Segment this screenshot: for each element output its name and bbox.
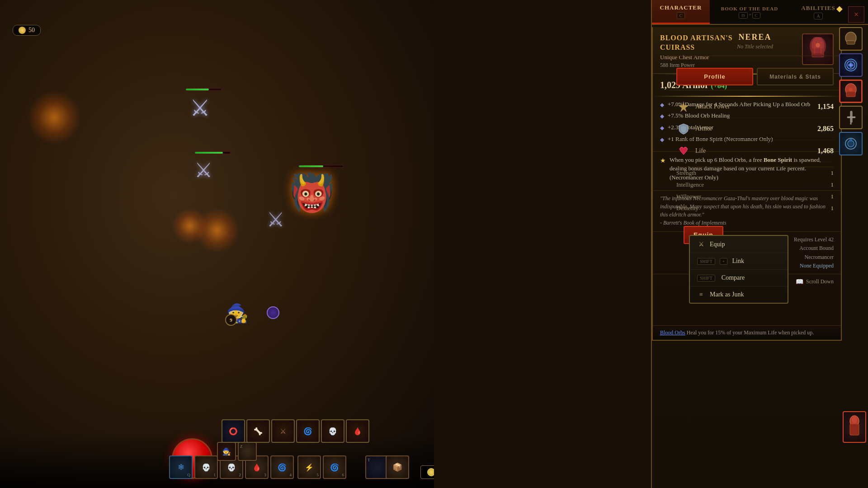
equipment-slots	[839, 27, 864, 155]
svg-marker-7	[678, 101, 689, 112]
skeleton-character: ⚔	[267, 208, 284, 231]
skill-bar: ❄ Q 💀 1 💀 2 🩸 3 🌀 4 ⚡ 5	[169, 455, 346, 479]
junk-icon: ≡	[697, 291, 705, 298]
willpower-name: Willpower	[676, 193, 701, 200]
inventory-button[interactable]: 📦	[386, 455, 409, 479]
context-link-label: Link	[732, 258, 744, 265]
svg-point-24	[852, 416, 857, 423]
weapon-slot[interactable]	[839, 106, 863, 129]
inv-slot[interactable]: 🩸	[346, 419, 369, 443]
skill-slot-q[interactable]: ❄ Q	[169, 455, 193, 479]
enemy-health-bar	[194, 151, 231, 154]
life-icon	[676, 144, 691, 158]
equip-icon: ⚔	[697, 240, 705, 248]
tab-abilities-label: ABILITIES	[801, 5, 835, 12]
materials-button[interactable]: Materials & Stats	[757, 68, 834, 85]
blood-orbs-ref[interactable]: Blood Orbs	[660, 329, 685, 336]
tab-book-of-dead[interactable]: BOOK OF THE DEAD IS + C	[710, 0, 789, 24]
inv-slot[interactable]: ⚔	[271, 419, 295, 443]
context-menu: ⚔ Equip SHIFT + Link SHIFT Compare ≡ Mar…	[689, 235, 788, 304]
stat-strength: Strength 1	[676, 167, 834, 179]
game-viewport: ⚔ ⚔ ⚔ 👹 🧙 9 9/9 50 ❄ Q 💀 1 💀 2	[0, 0, 434, 488]
gold-value: 50	[28, 27, 35, 34]
svg-rect-23	[850, 424, 859, 435]
stat-willpower: Willpower 1	[676, 191, 834, 202]
armor-icon	[676, 122, 691, 136]
tab-book-key2: C	[752, 12, 760, 19]
strength-value: 1	[831, 169, 834, 177]
close-icon: ×	[854, 10, 859, 19]
top-navigation: CHARACTER C BOOK OF THE DEAD IS + C ABIL…	[652, 0, 868, 25]
character-title: No Title selected	[676, 43, 834, 50]
head-slot[interactable]	[839, 27, 863, 51]
skill-slot-5[interactable]: ⚡ 5	[297, 455, 321, 479]
skeleton-character: ⚔	[194, 158, 212, 182]
character-name: NEREA	[676, 33, 834, 42]
blood-orb-tip-text: Heal you for 15% of your Maximum Life wh…	[687, 329, 814, 336]
ground-item[interactable]	[267, 306, 279, 319]
svg-rect-17	[847, 117, 855, 118]
dexterity-value: 1	[831, 205, 834, 212]
stat-bullet: ◆	[660, 113, 664, 120]
portrait-slot[interactable]	[843, 411, 866, 443]
secondary-stats: Strength 1 Intelligence 1 Willpower 1 De…	[676, 167, 834, 214]
currency-icon	[427, 468, 434, 476]
armor-value: 2,865	[817, 125, 834, 133]
player-life: 9/9	[241, 314, 247, 319]
svg-rect-9	[847, 41, 855, 44]
star-bullet: ★	[660, 156, 666, 165]
tab-book-key: IS	[739, 12, 748, 19]
quick-inventory: ⭕ 🦴 ⚔ 🌀 💀 🩸	[222, 419, 369, 443]
context-junk[interactable]: ≡ Mark as Junk	[690, 286, 788, 303]
inv-slot[interactable]: 🦴	[246, 419, 270, 443]
stat-attack-power: Attack Power 1,154	[676, 96, 834, 118]
skill-slot-6[interactable]: 🌀 6	[323, 455, 346, 479]
stat-dexterity: Dexterity 1	[676, 202, 834, 214]
boss-health-bar	[298, 165, 344, 168]
context-equip[interactable]: ⚔ Equip	[690, 236, 788, 253]
gold-icon	[19, 27, 26, 34]
character-panel: CHARACTER C BOOK OF THE DEAD IS + C ABIL…	[651, 0, 868, 488]
offhand-slot[interactable]	[839, 53, 863, 77]
chest-slot[interactable]	[839, 80, 863, 103]
boss-enemy: 👹	[289, 172, 335, 214]
svg-point-15	[849, 88, 853, 91]
enemy-health-bar	[185, 88, 222, 91]
svg-rect-14	[846, 91, 855, 97]
stat-bullet: ◆	[660, 136, 664, 144]
intelligence-name: Intelligence	[676, 181, 704, 188]
tab-character-key: C	[677, 12, 685, 19]
intelligence-value: 1	[831, 181, 834, 188]
skill-z[interactable]: Z	[238, 442, 257, 461]
abilities-diamond: ◆	[836, 4, 843, 14]
stat-life: Life 1,468	[676, 140, 834, 162]
life-name: Life	[695, 147, 817, 155]
stat-intelligence: Intelligence 1	[676, 179, 834, 191]
scroll-down-label: Scroll Down	[806, 278, 834, 285]
book-icon: 📖	[796, 278, 803, 286]
strength-name: Strength	[676, 169, 696, 177]
mount-button[interactable]: 🧙	[217, 442, 236, 461]
armor-name: Armor	[695, 125, 817, 132]
inv-slot[interactable]: 💀	[321, 419, 344, 443]
inv-slot[interactable]: 🌀	[296, 419, 320, 443]
tab-character[interactable]: CHARACTER C	[652, 0, 710, 24]
context-compare[interactable]: SHIFT Compare	[690, 270, 788, 286]
context-link[interactable]: SHIFT + Link	[690, 253, 788, 270]
tab-character-label: CHARACTER	[660, 4, 702, 11]
amulet-slot[interactable]	[839, 132, 863, 155]
tab-book-label: BOOK OF THE DEAD	[721, 6, 778, 11]
skeleton-character: ⚔	[190, 95, 210, 121]
life-value: 1,468	[817, 147, 834, 155]
link-icon-text: +	[720, 258, 728, 265]
stat-armor: Armor 2,865	[676, 118, 834, 140]
skill-slot-4[interactable]: 🌀 4	[270, 455, 294, 479]
profile-button[interactable]: Profile	[676, 68, 753, 85]
inv-slot[interactable]: ⭕	[222, 419, 245, 443]
context-equip-label: Equip	[710, 241, 725, 248]
close-button[interactable]: ×	[848, 6, 864, 23]
skill-slot-1[interactable]: 💀 1	[194, 455, 218, 479]
attack-power-value: 1,154	[817, 103, 834, 111]
player-level: 9	[225, 314, 237, 326]
action-buttons: Profile Materials & Stats	[669, 63, 841, 90]
